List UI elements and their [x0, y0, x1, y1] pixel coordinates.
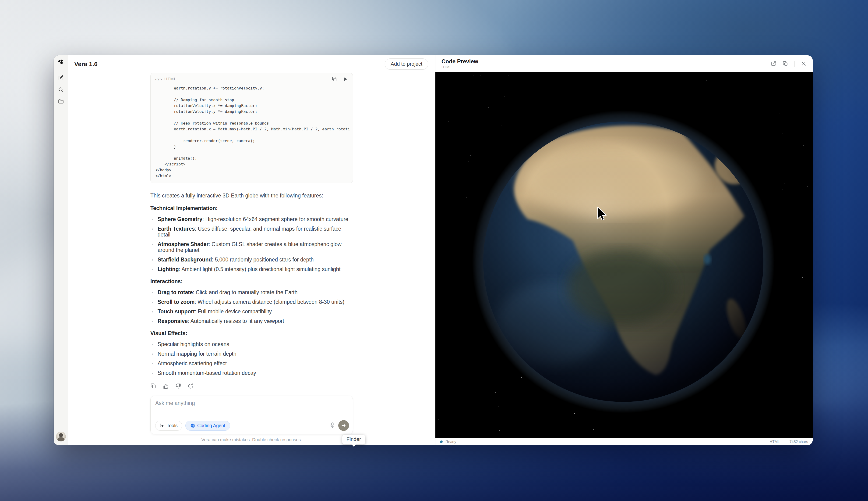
bullet-dot [152, 244, 153, 245]
vera-app-window: Vera 1.6 Add to project </> HTML [54, 55, 813, 445]
star-dot [438, 419, 438, 420]
preview-viewport[interactable] [436, 72, 813, 438]
visual-effects-list: Specular highlights on oceans Normal map… [150, 341, 353, 376]
copy-message-icon[interactable] [150, 383, 157, 389]
earth-globe[interactable] [472, 110, 775, 414]
dock-tooltip-finder: Finder [342, 435, 365, 445]
preview-subtitle: HTML [441, 65, 478, 69]
list-item: Scroll to zoom: Wheel adjusts camera dis… [150, 299, 353, 305]
chat-input[interactable] [155, 400, 349, 420]
star-dot [459, 130, 460, 130]
list-item: Atmospheric scattering effect [150, 361, 353, 366]
coding-agent-chip[interactable]: Coding Agent [185, 420, 230, 431]
star-dot [468, 161, 469, 161]
thumbs-up-icon[interactable] [163, 383, 169, 389]
code-language-label: HTML [164, 77, 176, 82]
list-item: Sphere Geometry: High-resolution 64x64 s… [150, 216, 353, 222]
search-icon[interactable] [58, 87, 64, 93]
add-to-project-button[interactable]: Add to project [385, 58, 428, 70]
message-intro: This creates a fully interactive 3D Eart… [150, 192, 353, 199]
disclaimer-text: Vera can make mistakes. Double check res… [68, 434, 435, 445]
star-dot [488, 107, 489, 108]
preview-header: Code Preview HTML [436, 55, 813, 72]
vera-logo-icon [58, 59, 64, 65]
bullet-dot [152, 302, 153, 303]
coding-agent-globe-icon [190, 423, 195, 428]
technical-list: Sphere Geometry: High-resolution 64x64 s… [150, 216, 353, 272]
list-item: Specular highlights on oceans [150, 341, 353, 347]
list-item: Normal mapping for terrain depth [150, 351, 353, 357]
sidebar-nav [58, 75, 64, 105]
user-avatar[interactable] [56, 431, 66, 441]
star-dot [504, 96, 505, 96]
bullet-dot [152, 219, 153, 220]
tools-sparkle-cursor-icon [160, 423, 165, 428]
star-dot [799, 361, 799, 361]
status-char-count: 7482 chars [790, 440, 808, 444]
regenerate-icon[interactable] [187, 383, 194, 389]
conversation-title: Vera 1.6 [74, 61, 98, 68]
status-language-label: HTML [769, 440, 780, 444]
code-block-header: </> HTML [151, 73, 353, 84]
icon-divider [794, 61, 795, 67]
thumbs-down-icon[interactable] [175, 383, 182, 389]
list-item: Smooth momentum-based rotation decay [150, 370, 353, 376]
bullet-dot [152, 259, 153, 260]
microphone-icon[interactable] [330, 422, 335, 429]
close-preview-icon[interactable] [801, 61, 806, 67]
star-dot [593, 417, 593, 417]
sidebar-rail [54, 55, 68, 445]
star-dot [593, 429, 594, 430]
ready-status-dot [440, 440, 443, 443]
interactions-list: Drag to rotate: Click and drag to manual… [150, 289, 353, 324]
composer: Tools Coding Agent [150, 396, 353, 434]
star-dot [807, 186, 807, 187]
open-external-icon[interactable] [771, 61, 777, 67]
star-dot [762, 421, 762, 422]
preview-title: Code Preview [441, 58, 478, 64]
chat-panel: Vera 1.6 Add to project </> HTML [68, 55, 435, 445]
code-language-icon: </> [155, 77, 162, 82]
ready-status-label: Ready [446, 440, 456, 444]
bullet-dot [152, 269, 153, 270]
tools-button[interactable]: Tools [155, 420, 182, 431]
new-chat-icon[interactable] [58, 75, 64, 81]
section-heading-technical: Technical Implementation: [150, 205, 353, 212]
star-dot [782, 190, 782, 190]
star-dot [782, 133, 783, 134]
folder-icon[interactable] [58, 98, 64, 105]
star-dot [784, 183, 785, 183]
section-heading-interactions: Interactions: [150, 278, 353, 285]
section-heading-visual-effects: Visual Effects: [150, 330, 353, 337]
star-dot [706, 80, 707, 81]
bullet-dot [152, 228, 153, 230]
star-dot [480, 75, 481, 75]
star-dot [466, 198, 467, 198]
copy-preview-icon[interactable] [782, 61, 788, 67]
code-content[interactable]: earth.rotation.y += rotationVelocity.y; … [151, 84, 353, 183]
list-item: Atmosphere Shader: Custom GLSL shader cr… [150, 242, 353, 253]
star-dot [454, 300, 454, 300]
code-block: </> HTML earth. [150, 73, 353, 183]
bullet-dot [152, 292, 153, 293]
chat-scroll-area[interactable]: </> HTML earth. [68, 73, 435, 392]
bullet-dot [152, 373, 153, 374]
list-item: Drag to rotate: Click and drag to manual… [150, 289, 353, 295]
copy-code-icon[interactable] [332, 76, 337, 82]
mouse-cursor [597, 206, 608, 222]
chat-header: Vera 1.6 Add to project [68, 55, 435, 73]
star-dot [438, 75, 438, 75]
list-item: Earth Textures: Uses diffuse, specular, … [150, 226, 353, 238]
bullet-dot [152, 363, 153, 364]
star-dot [503, 106, 503, 106]
star-dot [508, 75, 509, 76]
list-item: Touch support: Full mobile device compat… [150, 309, 353, 315]
run-code-icon[interactable] [342, 76, 348, 82]
code-preview-panel: Code Preview HTML [435, 55, 813, 445]
star-dot [449, 121, 449, 122]
bullet-dot [152, 344, 153, 345]
send-button[interactable] [338, 420, 349, 431]
preview-status-bar: Ready HTML 7482 chars [436, 438, 813, 445]
star-dot [780, 114, 780, 114]
star-dot [473, 75, 473, 76]
